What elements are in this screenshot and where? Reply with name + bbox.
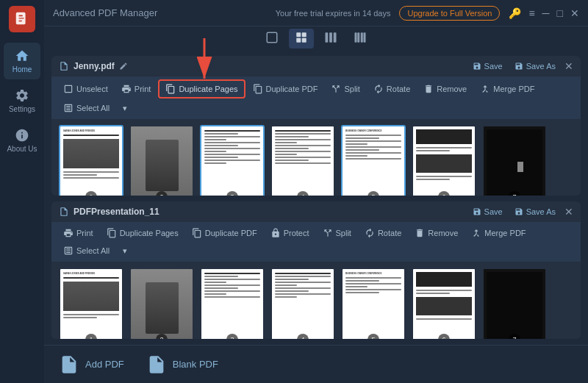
rotate-btn[interactable]: Rotate [368, 81, 416, 97]
content-area: Jenny.pdf Save Save As ✕ [44, 50, 588, 345]
svg-rect-5 [296, 32, 301, 37]
pdf2-page-5[interactable]: BUSINESS OWNER CONFERENCE 5 [341, 268, 406, 339]
svg-rect-2 [18, 18, 24, 18]
sidebar: Home Settings About Us [0, 0, 44, 383]
upgrade-button[interactable]: Upgrade to Full Version [399, 6, 500, 21]
svg-rect-8 [302, 37, 306, 42]
svg-rect-12 [355, 32, 357, 43]
add-pdf-btn[interactable]: Add PDF [59, 354, 124, 375]
dup-pdf2-icon [192, 228, 202, 238]
view-single-btn[interactable] [259, 29, 284, 49]
svg-rect-13 [357, 32, 359, 43]
merge-pdf-btn[interactable]: Merge PDF [474, 81, 540, 97]
duplicate-pages-btn[interactable]: Duplicate Pages [158, 79, 245, 99]
pdf1-page-2[interactable]: 2 [129, 125, 194, 196]
add-bar: Add PDF Blank PDF [44, 345, 588, 383]
duplicate-pdf-btn[interactable]: Duplicate PDF [247, 81, 324, 97]
merge2-icon [471, 228, 481, 238]
dup-pages2-icon [107, 228, 117, 238]
rotate-icon [373, 84, 384, 94]
print-icon [121, 84, 132, 94]
sidebar-item-home[interactable]: Home [4, 43, 40, 79]
more-btn1[interactable]: ▾ [117, 101, 133, 116]
rotate-btn2[interactable]: Rotate [359, 225, 407, 241]
remove-btn2[interactable]: Remove [409, 225, 464, 241]
pdf2-page-1[interactable]: SARAH JONES AND FRIENDS 1 [59, 268, 123, 339]
pdf1-page-6[interactable]: 6 [412, 125, 476, 196]
sidebar-about-label: About Us [7, 145, 37, 153]
sidebar-settings-label: Settings [9, 105, 35, 113]
pdf2-name: PDFPresentation_11 [59, 207, 159, 217]
pdf2-page-3[interactable]: 3 [200, 268, 265, 339]
view-grid4-btn[interactable] [348, 29, 373, 49]
more-btn2[interactable]: ▾ [117, 243, 133, 259]
blank-pdf-btn[interactable]: Blank PDF [146, 354, 218, 375]
svg-rect-10 [329, 32, 332, 43]
split2-icon [323, 228, 333, 238]
pdf2-page-7[interactable]: 7 [482, 268, 547, 339]
sidebar-item-settings[interactable]: Settings [4, 82, 40, 119]
merge-icon [480, 84, 490, 94]
pdf1-save-as-btn[interactable]: Save As [512, 60, 559, 72]
pdf2-save-btn[interactable]: Save [470, 206, 506, 218]
menu-icon[interactable]: ≡ [528, 7, 534, 19]
pdf2-header: PDFPresentation_11 Save Save As ✕ [51, 201, 581, 222]
checkbox-icon [63, 84, 74, 94]
pdf2-page-6[interactable]: 6 [412, 268, 476, 339]
pdf1-toolbar: Unselect Print Duplicate Pages Duplicate… [51, 76, 581, 119]
minimize-icon[interactable]: ─ [542, 7, 550, 19]
pdf1-page-5[interactable]: BUSINESS OWNER CONFERENCE 5 [341, 125, 406, 196]
pdf1-actions: Save Save As ✕ [470, 60, 573, 72]
svg-rect-15 [364, 32, 366, 43]
app-title: Advanced PDF Manager [53, 7, 157, 18]
select-all-icon [63, 103, 74, 113]
duplicate-pdf-btn2[interactable]: Duplicate PDF [186, 225, 263, 241]
protect-btn[interactable]: Protect [265, 225, 315, 241]
pdf1-close-btn[interactable]: ✕ [564, 60, 573, 72]
pdf2-save-as-btn[interactable]: Save As [512, 206, 559, 218]
split-btn2[interactable]: Split [317, 225, 357, 241]
svg-rect-3 [18, 21, 22, 21]
svg-rect-7 [296, 37, 301, 42]
pdf1-thumbnails: SARAH JONES AND FRIENDS 1 [51, 119, 581, 196]
pdf1-page-4[interactable]: 4 [270, 125, 335, 196]
sidebar-item-about[interactable]: About Us [4, 122, 40, 159]
unselect-btn[interactable]: Unselect [57, 81, 114, 97]
duplicate-pages-icon [165, 84, 176, 94]
split-btn[interactable]: Split [325, 81, 365, 97]
svg-rect-1 [18, 15, 23, 17]
pdf1-page-7[interactable]: 7 [482, 125, 547, 196]
main-area: Advanced PDF Manager Your free trial exp… [44, 0, 588, 383]
pdf2-page-2[interactable]: 2 [129, 268, 194, 339]
search-icon[interactable]: 🔑 [509, 7, 521, 19]
pdf2-page-4[interactable]: 4 [270, 268, 335, 339]
merge-pdf-btn2[interactable]: Merge PDF [465, 225, 531, 241]
view-grid3-btn[interactable] [318, 29, 343, 49]
remove-btn[interactable]: Remove [417, 81, 473, 97]
remove2-icon [415, 228, 425, 238]
topbar-icons: 🔑 ≡ ─ □ ✕ [509, 7, 579, 19]
topbar-right: Your free trial expires in 14 days Upgra… [276, 6, 579, 21]
select-all-btn2[interactable]: Select All [57, 243, 115, 259]
duplicate-pdf-icon [253, 84, 263, 94]
svg-rect-11 [334, 32, 337, 43]
svg-rect-6 [302, 32, 306, 37]
pdf1-page-1[interactable]: SARAH JONES AND FRIENDS 1 [59, 125, 123, 196]
save-as2-icon [514, 207, 523, 216]
print-btn2[interactable]: Print [57, 225, 99, 241]
pdf1-page-3[interactable]: 3 [200, 125, 265, 196]
lock-icon [270, 228, 281, 238]
select-all-btn[interactable]: Select All [57, 100, 115, 116]
svg-rect-4 [267, 32, 277, 43]
duplicate-pages-btn2[interactable]: Duplicate Pages [101, 225, 184, 241]
pdf2-close-btn[interactable]: ✕ [564, 206, 573, 218]
maximize-icon[interactable]: □ [557, 7, 563, 19]
edit-icon[interactable] [119, 62, 128, 71]
pdf1-section: Jenny.pdf Save Save As ✕ [51, 56, 581, 196]
pdf1-save-btn[interactable]: Save [470, 60, 506, 72]
print-btn[interactable]: Print [115, 81, 157, 97]
close-icon[interactable]: ✕ [570, 7, 579, 19]
view-grid2-btn[interactable] [289, 29, 314, 49]
pdf2-icon [59, 207, 69, 217]
pdf1-name: Jenny.pdf [59, 61, 128, 71]
